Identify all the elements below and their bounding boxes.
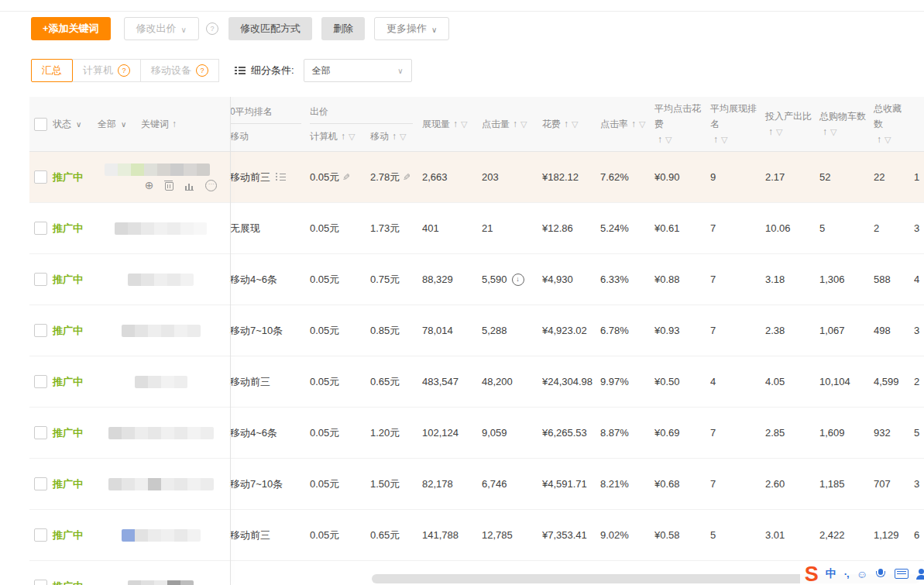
sort-up-icon[interactable] xyxy=(768,124,773,139)
help-icon[interactable] xyxy=(196,64,208,77)
add-keyword-button[interactable]: +添加关键词 xyxy=(31,17,111,40)
sort-up-icon[interactable] xyxy=(713,132,718,147)
sort-up-icon[interactable] xyxy=(453,116,458,132)
help-icon[interactable] xyxy=(206,22,218,35)
microphone-icon[interactable] xyxy=(878,569,883,575)
avg-impr-rank-value: 4 xyxy=(710,374,716,389)
keyboard-icon[interactable] xyxy=(895,569,909,579)
punctuation-icon[interactable] xyxy=(844,568,849,580)
col-status[interactable]: 状态 xyxy=(53,97,98,151)
sort-up-icon[interactable] xyxy=(631,116,636,132)
col-keyword[interactable]: 关键词 xyxy=(141,97,230,151)
cost-value: ¥6,265.53 xyxy=(542,425,587,440)
sort-up-icon[interactable] xyxy=(564,116,568,132)
row-checkbox[interactable] xyxy=(34,375,47,388)
profile-icon[interactable] xyxy=(916,569,924,580)
table-row[interactable]: 推广中 ⊕ 移动7~10条 0.05元 0.85元 78,014 5,288 ¥… xyxy=(29,305,924,356)
sogou-logo-icon[interactable]: S xyxy=(805,564,818,584)
filter-funnel-icon[interactable] xyxy=(639,116,645,132)
target-icon[interactable]: ⊕ xyxy=(145,180,154,191)
sort-up-icon[interactable] xyxy=(172,116,177,132)
modify-bid-button[interactable]: 修改出价 xyxy=(124,17,199,40)
chinese-mode-icon[interactable]: 中 xyxy=(826,567,836,581)
row-checkbox[interactable] xyxy=(34,222,47,235)
sort-up-icon[interactable] xyxy=(823,124,827,139)
table-row[interactable]: 推广中 ⊕ 移动前三 0.05元 0.65元 483,547 48,200 ¥2… xyxy=(29,356,924,408)
row-checkbox[interactable] xyxy=(34,273,47,286)
filter-funnel-icon[interactable] xyxy=(461,116,467,132)
trash-icon[interactable] xyxy=(165,182,173,191)
row-checkbox[interactable] xyxy=(34,324,47,337)
col-scope[interactable]: 全部 xyxy=(98,97,141,151)
keyword-redacted[interactable] xyxy=(135,376,187,388)
delete-button[interactable]: 删除 xyxy=(321,17,365,40)
keyword-redacted[interactable] xyxy=(115,222,207,235)
row-checkbox[interactable] xyxy=(34,477,47,490)
filter-funnel-icon[interactable] xyxy=(776,124,782,139)
emoji-icon[interactable] xyxy=(857,568,867,580)
sort-up-icon[interactable] xyxy=(877,132,881,147)
col-impressions[interactable]: 展现量 xyxy=(422,97,482,151)
download-circle-icon[interactable] xyxy=(512,274,524,286)
col-fav-total[interactable]: 总收藏数 xyxy=(874,97,914,151)
edit-pencil-icon[interactable] xyxy=(342,170,350,185)
help-icon[interactable] xyxy=(118,64,130,77)
col-roi[interactable]: 投入产出比 xyxy=(765,97,819,151)
rank-list-icon[interactable] xyxy=(276,173,286,181)
keyword-redacted[interactable] xyxy=(108,427,214,439)
table-row[interactable]: 推广中 ⊕ 移动前三 0.05元 2.78元 2,663 203 ¥182.12… xyxy=(29,152,924,203)
col-avg-impr-rank[interactable]: 平均展现排名 xyxy=(710,97,765,151)
row-checkbox[interactable] xyxy=(34,170,47,184)
tab-summary[interactable]: 汇总 xyxy=(31,59,73,82)
col-cart-total[interactable]: 总购物车数 xyxy=(819,97,874,151)
filter-funnel-icon[interactable] xyxy=(721,132,727,147)
sort-up-icon[interactable] xyxy=(513,116,517,132)
blur-segment xyxy=(148,529,161,542)
row-checkbox[interactable] xyxy=(34,528,47,542)
sort-up-icon[interactable] xyxy=(341,131,345,142)
keyword-redacted[interactable] xyxy=(128,580,194,585)
col-avg-rank[interactable]: 0平均排名 移动 xyxy=(230,97,310,151)
keyword-redacted[interactable] xyxy=(105,163,210,176)
filter-funnel-icon[interactable] xyxy=(520,116,527,132)
keyword-redacted[interactable] xyxy=(122,325,201,337)
select-all-checkbox[interactable] xyxy=(34,118,47,131)
filter-funnel-icon[interactable] xyxy=(400,132,406,141)
col-cost[interactable]: 花费 xyxy=(542,97,600,151)
modify-match-button[interactable]: 修改匹配方式 xyxy=(228,17,312,40)
table-row[interactable]: 推广中 ⊕ 无展现 0.05元 1.73元 401 21 ¥12.86 5.24… xyxy=(29,203,924,254)
filter-funnel-icon[interactable] xyxy=(349,132,355,141)
ctr-value: 7.62% xyxy=(600,170,629,184)
avg-impr-rank-value: 9 xyxy=(710,170,716,184)
tab-computer[interactable]: 计算机 xyxy=(72,59,141,82)
more-icon[interactable] xyxy=(205,180,217,191)
filter-funnel-icon[interactable] xyxy=(665,132,672,147)
sort-up-icon[interactable] xyxy=(392,131,397,142)
keyword-redacted[interactable] xyxy=(108,478,214,490)
filter-select[interactable]: 全部 xyxy=(304,59,412,82)
col-bid-pc[interactable]: 计算机 xyxy=(310,129,370,144)
col-ctr[interactable]: 点击率 xyxy=(600,97,654,151)
more-actions-button[interactable]: 更多操作 xyxy=(374,17,449,40)
row-checkbox[interactable] xyxy=(34,426,47,439)
table-row[interactable]: 推广中 ⊕ 移动7~10条 0.05元 1.50元 82,178 6,746 ¥… xyxy=(29,459,924,510)
filter-funnel-icon[interactable] xyxy=(830,124,836,139)
filter-funnel-icon[interactable] xyxy=(572,116,578,132)
col-avg-cpc[interactable]: 平均点击花费 xyxy=(654,97,710,151)
table-row[interactable]: 推广中 ⊕ 移动4~6条 0.05元 0.75元 88,329 5,590 ¥4… xyxy=(29,254,924,305)
col-clicks[interactable]: 点击量 xyxy=(482,97,542,151)
col-bid-mobile[interactable]: 移动 xyxy=(370,129,406,144)
table-row[interactable]: 推广中 ⊕ 移动4~6条 0.05元 1.20元 102,124 9,059 ¥… xyxy=(29,408,924,459)
tab-mobile[interactable]: 移动设备 xyxy=(140,59,219,82)
filter-funnel-icon[interactable] xyxy=(884,132,891,147)
edit-pencil-icon[interactable] xyxy=(403,170,410,185)
blur-segment xyxy=(161,478,174,490)
chart-icon[interactable] xyxy=(185,181,194,191)
clicks-value: 12,785 xyxy=(482,528,513,542)
row-checkbox[interactable] xyxy=(34,580,47,585)
keyword-redacted[interactable] xyxy=(128,274,194,286)
avg-cpc-value: ¥0.69 xyxy=(654,425,680,440)
keyword-redacted[interactable] xyxy=(122,529,201,542)
sort-up-icon[interactable] xyxy=(658,132,662,147)
table-row[interactable]: 推广中 ⊕ 移动前三 0.05元 0.65元 141,788 12,785 ¥7… xyxy=(29,510,924,561)
